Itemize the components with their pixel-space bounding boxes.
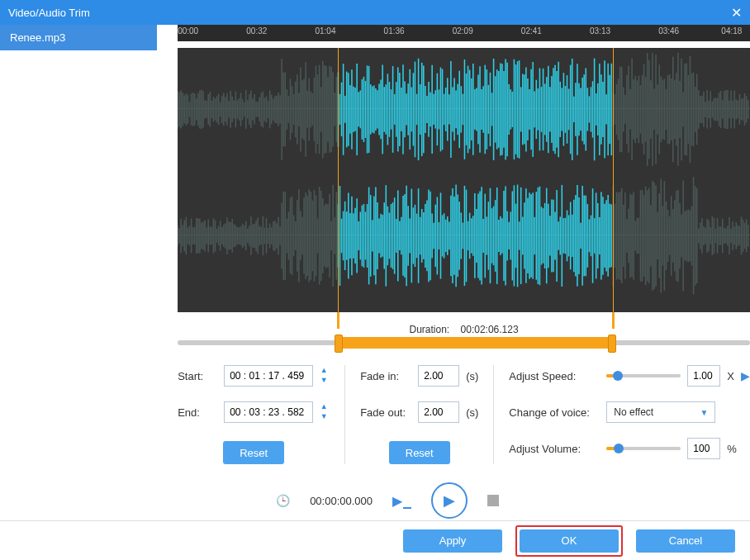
ok-highlight: OK <box>515 525 623 557</box>
footer: Apply OK Cancel <box>0 520 750 560</box>
end-label: End: <box>178 406 217 419</box>
reset-fade-button[interactable]: Reset <box>389 441 450 464</box>
trim-slider[interactable] <box>178 340 750 345</box>
waveform-track-right <box>178 174 750 294</box>
ruler-tick: 01:04 <box>315 26 335 36</box>
play-button[interactable]: ▶ <box>431 482 468 519</box>
sidebar: Renee.mp3 <box>0 25 157 520</box>
end-input[interactable] <box>224 401 313 423</box>
volume-input[interactable] <box>687 438 720 459</box>
sidebar-item-file[interactable]: Renee.mp3 <box>0 25 157 50</box>
volume-slider[interactable] <box>606 447 681 450</box>
cancel-button[interactable]: Cancel <box>636 529 735 553</box>
ruler-tick: 02:41 <box>521 26 542 36</box>
fade-out-unit: (s) <box>466 406 478 419</box>
clock-icon: 🕒 <box>276 494 290 507</box>
end-spinner[interactable]: ▲▼ <box>318 402 330 422</box>
window-title: Video/Audio Trim <box>8 7 90 19</box>
duration-row: Duration: 00:02:06.123 <box>178 324 750 335</box>
trim-selection[interactable] <box>338 337 613 349</box>
ruler-tick: 04:18 <box>721 26 742 36</box>
speed-slider[interactable] <box>606 374 681 377</box>
goto-start-icon[interactable]: ▶ <box>392 493 411 509</box>
ruler-tick: 03:13 <box>590 26 610 36</box>
ruler-tick: 00:32 <box>246 26 267 36</box>
start-spinner[interactable]: ▲▼ <box>318 366 330 386</box>
close-icon[interactable]: ✕ <box>731 5 742 21</box>
titlebar: Video/Audio Trim ✕ <box>0 0 750 25</box>
fade-out-input[interactable] <box>418 401 459 423</box>
timeline-ruler: 00:00 00:32 01:04 01:36 02:09 02:41 03:1… <box>178 25 750 41</box>
volume-label: Adjust Volume: <box>509 443 600 455</box>
sidebar-item-label: Renee.mp3 <box>10 31 65 44</box>
reset-time-button[interactable]: Reset <box>223 441 284 464</box>
speed-input[interactable] <box>687 365 720 387</box>
selection-end-handle[interactable] <box>613 48 614 312</box>
stop-button[interactable] <box>487 495 499 506</box>
duration-label: Duration: <box>410 324 450 335</box>
duration-value: 00:02:06.123 <box>461 324 519 335</box>
chevron-down-icon: ▼ <box>700 408 708 417</box>
fade-out-label: Fade out: <box>360 406 411 419</box>
selection-start-handle[interactable] <box>338 48 339 312</box>
apply-button[interactable]: Apply <box>403 529 502 553</box>
play-preview-icon[interactable]: ▶ <box>741 369 750 382</box>
start-label: Start: <box>178 370 217 382</box>
start-input[interactable] <box>224 365 313 387</box>
ruler-tick: 00:00 <box>178 26 198 36</box>
fade-in-label: Fade in: <box>360 370 411 382</box>
waveform-area[interactable] <box>178 48 750 312</box>
ruler-tick: 01:36 <box>384 26 405 36</box>
voice-value: No effect <box>614 406 653 418</box>
fade-in-unit: (s) <box>466 370 478 382</box>
voice-label: Change of voice: <box>509 406 600 419</box>
playback-time: 00:00:00.000 <box>310 495 373 507</box>
ruler-tick: 02:09 <box>453 26 473 36</box>
voice-select[interactable]: No effect ▼ <box>606 401 715 423</box>
ruler-tick: 03:46 <box>658 26 679 36</box>
speed-label: Adjust Speed: <box>509 370 600 382</box>
waveform-track-left <box>178 48 750 168</box>
volume-suffix: % <box>727 443 737 455</box>
fade-in-input[interactable] <box>418 365 459 387</box>
main-panel: 00:00 00:32 01:04 01:36 02:09 02:41 03:1… <box>157 25 750 520</box>
speed-suffix: X <box>727 370 734 382</box>
playbar: 🕒 00:00:00.000 ▶ ▶ <box>91 482 684 519</box>
ok-button[interactable]: OK <box>520 529 619 553</box>
